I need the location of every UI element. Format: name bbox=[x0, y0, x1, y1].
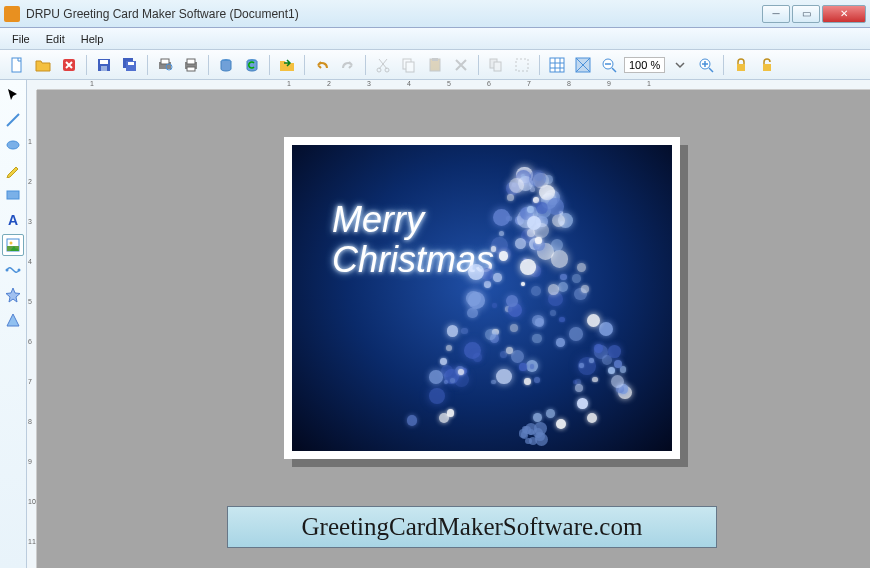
duplicate-button[interactable] bbox=[485, 54, 507, 76]
svg-rect-0 bbox=[12, 58, 21, 72]
titlebar: DRPU Greeting Card Maker Software (Docum… bbox=[0, 0, 870, 28]
maximize-button[interactable]: ▭ bbox=[792, 5, 820, 23]
svg-rect-13 bbox=[187, 67, 195, 71]
canvas-area[interactable]: Merry Christmas GreetingCardMakerSoftwar… bbox=[37, 90, 870, 568]
svg-text:A: A bbox=[8, 212, 18, 228]
copy-button[interactable] bbox=[398, 54, 420, 76]
redo-button[interactable] bbox=[337, 54, 359, 76]
new-document-button[interactable] bbox=[6, 54, 28, 76]
select-all-button[interactable] bbox=[511, 54, 533, 76]
unlock-button[interactable] bbox=[756, 54, 778, 76]
grid-button[interactable] bbox=[546, 54, 568, 76]
text-tool[interactable]: A bbox=[2, 209, 24, 231]
svg-rect-24 bbox=[516, 59, 528, 71]
close-button[interactable]: ✕ bbox=[822, 5, 866, 23]
workspace: A 1 1 2 3 4 5 6 7 8 9 1 1 bbox=[0, 80, 870, 568]
pencil-tool[interactable] bbox=[2, 159, 24, 181]
menu-file[interactable]: File bbox=[4, 31, 38, 47]
christmas-tree-graphic bbox=[407, 175, 657, 445]
paste-button[interactable] bbox=[424, 54, 446, 76]
svg-point-38 bbox=[18, 269, 21, 272]
database-button[interactable] bbox=[215, 54, 237, 76]
image-tool[interactable] bbox=[2, 234, 24, 256]
svg-rect-4 bbox=[101, 66, 107, 71]
save-button[interactable] bbox=[93, 54, 115, 76]
database-refresh-button[interactable] bbox=[241, 54, 263, 76]
svg-point-36 bbox=[10, 242, 13, 245]
zoom-out-button[interactable] bbox=[598, 54, 620, 76]
svg-rect-21 bbox=[432, 58, 438, 61]
svg-rect-25 bbox=[550, 58, 564, 72]
svg-rect-19 bbox=[406, 62, 414, 72]
snap-button[interactable] bbox=[572, 54, 594, 76]
line-tool[interactable] bbox=[2, 109, 24, 131]
watermark-banner: GreetingCardMakerSoftware.com bbox=[227, 506, 717, 548]
delete-button[interactable] bbox=[58, 54, 80, 76]
undo-button[interactable] bbox=[311, 54, 333, 76]
svg-point-37 bbox=[6, 269, 9, 272]
print-preview-button[interactable] bbox=[154, 54, 176, 76]
menu-edit[interactable]: Edit bbox=[38, 31, 73, 47]
svg-rect-29 bbox=[737, 64, 745, 71]
save-all-button[interactable] bbox=[119, 54, 141, 76]
svg-rect-32 bbox=[7, 191, 19, 199]
ruler-corner bbox=[27, 80, 37, 90]
menu-help[interactable]: Help bbox=[73, 31, 112, 47]
horizontal-ruler: 1 1 2 3 4 5 6 7 8 9 1 bbox=[37, 80, 870, 90]
open-button[interactable] bbox=[32, 54, 54, 76]
ellipse-tool[interactable] bbox=[2, 134, 24, 156]
main-toolbar: 100 % bbox=[0, 50, 870, 80]
curve-tool[interactable] bbox=[2, 259, 24, 281]
star-tool[interactable] bbox=[2, 284, 24, 306]
delete-selection-button[interactable] bbox=[450, 54, 472, 76]
zoom-dropdown-button[interactable] bbox=[669, 54, 691, 76]
minimize-button[interactable]: ─ bbox=[762, 5, 790, 23]
svg-rect-3 bbox=[100, 60, 108, 64]
triangle-tool[interactable] bbox=[2, 309, 24, 331]
svg-rect-9 bbox=[161, 59, 169, 64]
zoom-value[interactable]: 100 % bbox=[624, 57, 665, 73]
zoom-in-button[interactable] bbox=[695, 54, 717, 76]
vertical-ruler: 1 2 3 4 5 6 7 8 9 10 11 bbox=[27, 90, 37, 568]
app-icon bbox=[4, 6, 20, 22]
menubar: File Edit Help bbox=[0, 28, 870, 50]
card-background: Merry Christmas bbox=[292, 145, 672, 451]
window-title: DRPU Greeting Card Maker Software (Docum… bbox=[26, 7, 762, 21]
select-tool[interactable] bbox=[2, 84, 24, 106]
cut-button[interactable] bbox=[372, 54, 394, 76]
svg-rect-30 bbox=[763, 64, 771, 71]
svg-rect-7 bbox=[128, 62, 134, 65]
tool-palette: A bbox=[0, 80, 27, 568]
export-button[interactable] bbox=[276, 54, 298, 76]
svg-rect-12 bbox=[187, 59, 195, 64]
svg-rect-23 bbox=[494, 62, 501, 71]
greeting-card[interactable]: Merry Christmas bbox=[284, 137, 680, 459]
window-controls: ─ ▭ ✕ bbox=[762, 5, 866, 23]
svg-point-31 bbox=[7, 141, 19, 149]
print-button[interactable] bbox=[180, 54, 202, 76]
rectangle-tool[interactable] bbox=[2, 184, 24, 206]
lock-button[interactable] bbox=[730, 54, 752, 76]
